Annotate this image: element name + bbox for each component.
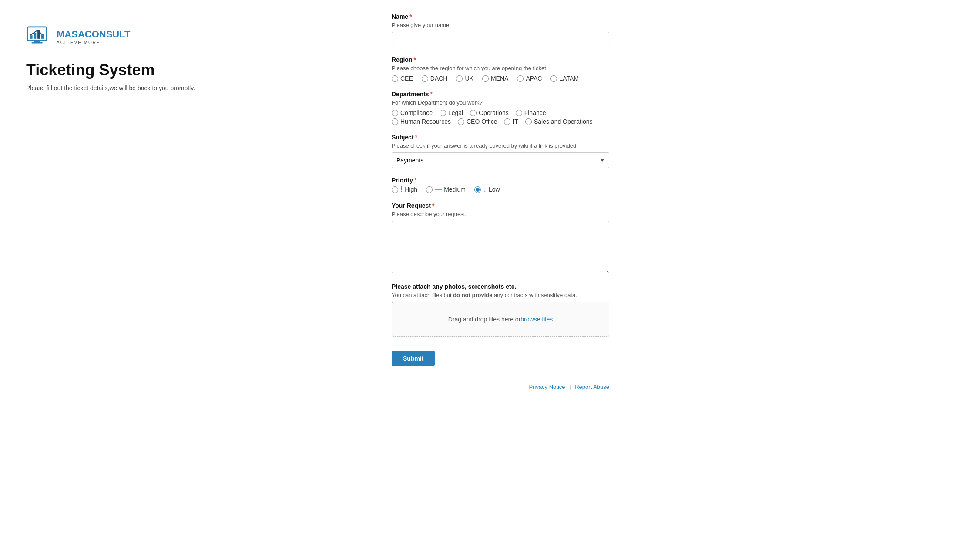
submit-button[interactable]: Submit	[392, 351, 435, 366]
subject-hint: Please check if your answer is already c…	[392, 142, 945, 149]
region-label: Region*	[392, 56, 945, 63]
request-textarea[interactable]	[392, 221, 609, 273]
departments-row2: Human Resources CEO Office IT Sales and …	[392, 118, 945, 125]
logo-text-area: MASACONSULT ACHIEVE MORE	[57, 29, 130, 44]
file-drop-zone[interactable]: Drag and drop files here or browse files	[392, 302, 609, 337]
page-title: Ticketing System	[26, 61, 339, 79]
subject-select[interactable]: Payments General Inquiry Technical Suppo…	[392, 152, 609, 168]
region-option-latam[interactable]: LATAM	[550, 75, 579, 82]
dept-sales-ops[interactable]: Sales and Operations	[525, 118, 593, 125]
region-option-dach[interactable]: DACH	[422, 75, 448, 82]
drop-text: Drag and drop files here or	[448, 316, 521, 323]
logo-tagline: ACHIEVE MORE	[57, 40, 130, 45]
region-option-mena[interactable]: MENA	[482, 75, 508, 82]
svg-rect-4	[34, 33, 37, 38]
dept-hr[interactable]: Human Resources	[392, 118, 451, 125]
dept-it[interactable]: IT	[504, 118, 518, 125]
dept-operations[interactable]: Operations	[470, 109, 508, 116]
departments-label: Departments*	[392, 91, 945, 98]
medium-icon: —	[435, 186, 442, 193]
region-option-apac[interactable]: APAC	[517, 75, 542, 82]
name-section: Name* Please give your name.	[392, 13, 945, 47]
svg-rect-6	[41, 34, 44, 39]
departments-row1: Compliance Legal Operations Finance	[392, 109, 945, 116]
logo-icon	[26, 26, 52, 48]
region-hint: Please choose the region for which you a…	[392, 65, 945, 71]
request-hint: Please describe your request.	[392, 211, 945, 217]
priority-label: Priority*	[392, 177, 945, 184]
dept-finance[interactable]: Finance	[516, 109, 546, 116]
priority-low[interactable]: ↓ Low	[474, 186, 500, 193]
departments-section: Departments* For which Department do you…	[392, 91, 945, 125]
request-label: Your Request*	[392, 202, 945, 209]
dept-compliance[interactable]: Compliance	[392, 109, 433, 116]
svg-rect-3	[30, 35, 33, 39]
svg-rect-1	[34, 41, 40, 42]
subject-section: Subject* Please check if your answer is …	[392, 134, 945, 168]
footer-separator: |	[569, 384, 571, 390]
request-section: Your Request* Please describe your reque…	[392, 202, 945, 274]
region-option-cee[interactable]: CEE	[392, 75, 413, 82]
attach-hint: You can atttach files but do not provide…	[392, 292, 945, 298]
name-hint: Please give your name.	[392, 22, 945, 28]
region-option-uk[interactable]: UK	[456, 75, 473, 82]
privacy-notice-link[interactable]: Privacy Notice	[529, 384, 565, 390]
region-section: Region* Please choose the region for whi…	[392, 56, 945, 82]
high-icon: !	[400, 186, 403, 193]
attach-label: Please attach any photos, screenshots et…	[392, 283, 945, 290]
priority-medium[interactable]: — Medium	[426, 186, 466, 193]
attach-section: Please attach any photos, screenshots et…	[392, 283, 945, 337]
left-panel: MASACONSULT ACHIEVE MORE Ticketing Syste…	[0, 0, 366, 554]
svg-rect-2	[32, 42, 43, 44]
priority-high[interactable]: ! High	[392, 186, 417, 193]
report-abuse-link[interactable]: Report Abuse	[575, 384, 609, 390]
subject-label: Subject*	[392, 134, 945, 141]
name-label: Name*	[392, 13, 945, 20]
name-input[interactable]	[392, 32, 609, 47]
dept-ceo[interactable]: CEO Office	[458, 118, 497, 125]
low-icon: ↓	[483, 186, 487, 193]
priority-radio-group: ! High — Medium ↓ Low	[392, 186, 945, 193]
right-panel: Name* Please give your name. Region* Ple…	[366, 0, 980, 554]
dept-legal[interactable]: Legal	[440, 109, 463, 116]
departments-hint: For which Department do you work?	[392, 99, 945, 106]
priority-section: Priority* ! High — Medium ↓ Low	[392, 177, 945, 193]
region-radio-group: CEE DACH UK MENA APAC	[392, 75, 945, 82]
logo-brand: MASACONSULT	[57, 29, 130, 40]
footer: Privacy Notice | Report Abuse	[392, 384, 609, 390]
browse-files-link[interactable]: browse files	[520, 316, 553, 323]
logo-area: MASACONSULT ACHIEVE MORE	[26, 26, 339, 48]
page-subtitle: Please fill out the ticket details,we wi…	[26, 84, 339, 91]
